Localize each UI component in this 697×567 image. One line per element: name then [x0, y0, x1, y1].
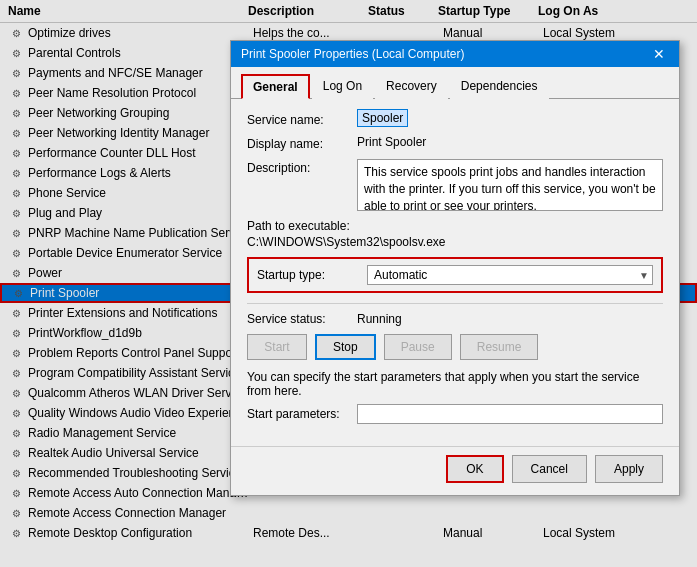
startup-type-label: Startup type:: [257, 268, 367, 282]
dialog-titlebar: Print Spooler Properties (Local Computer…: [231, 41, 679, 67]
display-name-label: Display name:: [247, 135, 357, 151]
tab-recovery[interactable]: Recovery: [375, 74, 448, 99]
startup-type-select[interactable]: Automatic Automatic (Delayed Start) Manu…: [367, 265, 653, 285]
service-name-input[interactable]: Spooler: [357, 109, 408, 127]
pause-button[interactable]: Pause: [384, 334, 452, 360]
start-button[interactable]: Start: [247, 334, 307, 360]
start-params-input[interactable]: [357, 404, 663, 424]
tabs-container: General Log On Recovery Dependencies: [231, 67, 679, 99]
description-box: This service spools print jobs and handl…: [357, 159, 663, 211]
resume-button[interactable]: Resume: [460, 334, 539, 360]
service-name-value: Spooler: [357, 111, 663, 125]
service-name-row: Service name: Spooler: [247, 111, 663, 127]
service-status-label: Service status:: [247, 312, 357, 326]
startup-type-section: Startup type: Automatic Automatic (Delay…: [247, 257, 663, 293]
service-status-value: Running: [357, 312, 402, 326]
divider: [247, 303, 663, 304]
dialog-title: Print Spooler Properties (Local Computer…: [241, 47, 464, 61]
service-name-label: Service name:: [247, 111, 357, 127]
cancel-button[interactable]: Cancel: [512, 455, 587, 483]
display-name-row: Display name: Print Spooler: [247, 135, 663, 151]
start-params-label: Start parameters:: [247, 407, 357, 421]
service-status-row: Service status: Running: [247, 312, 663, 326]
dialog-content: Service name: Spooler Display name: Prin…: [231, 99, 679, 446]
dialog-close-button[interactable]: ✕: [649, 47, 669, 61]
description-label: Description:: [247, 159, 357, 175]
startup-select-wrapper: Automatic Automatic (Delayed Start) Manu…: [367, 265, 653, 285]
path-section: Path to executable: C:\WINDOWS\System32\…: [247, 219, 663, 249]
path-value: C:\WINDOWS\System32\spoolsv.exe: [247, 235, 663, 249]
start-params-section: Start parameters:: [247, 404, 663, 424]
tab-logon[interactable]: Log On: [312, 74, 373, 99]
action-buttons: Start Stop Pause Resume: [247, 334, 663, 360]
display-name-value: Print Spooler: [357, 135, 663, 149]
params-description: You can specify the start parameters tha…: [247, 370, 663, 398]
description-text: This service spools print jobs and handl…: [364, 165, 656, 211]
tab-general[interactable]: General: [241, 74, 310, 99]
properties-dialog: Print Spooler Properties (Local Computer…: [230, 40, 680, 496]
ok-button[interactable]: OK: [446, 455, 503, 483]
dialog-footer: OK Cancel Apply: [231, 446, 679, 495]
tab-dependencies[interactable]: Dependencies: [450, 74, 549, 99]
stop-button[interactable]: Stop: [315, 334, 376, 360]
apply-button[interactable]: Apply: [595, 455, 663, 483]
path-label: Path to executable:: [247, 219, 663, 233]
description-row: Description: This service spools print j…: [247, 159, 663, 211]
